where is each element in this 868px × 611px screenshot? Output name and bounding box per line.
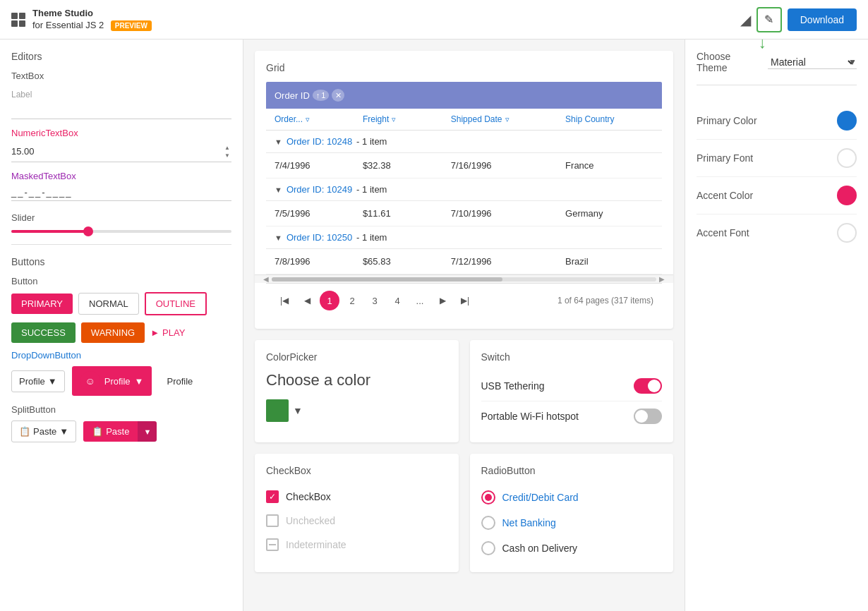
paste-pink-main[interactable]: 📋 Paste — [83, 421, 138, 442]
button-row-1: PRIMARY NORMAL OUTLINE — [11, 292, 231, 315]
spin-up[interactable]: ▲ — [223, 144, 231, 151]
switch-title: Switch — [481, 351, 663, 363]
primary-font-swatch[interactable] — [837, 148, 857, 168]
page-1[interactable]: 1 — [320, 291, 339, 310]
dropdown-btn-row: Profile ▼ ☺ Profile ▼ Profile — [11, 366, 231, 396]
paste-pink-arrow[interactable]: ▼ — [138, 421, 157, 442]
toggle-wifi[interactable] — [634, 409, 662, 424]
primary-color-swatch[interactable] — [837, 111, 857, 131]
page-next[interactable]: ▶ — [433, 291, 452, 310]
page-3[interactable]: 3 — [365, 291, 385, 310]
slider-track[interactable] — [11, 230, 231, 233]
col-freight-filter[interactable]: ▿ — [392, 115, 396, 124]
page-dots[interactable]: ... — [410, 291, 430, 310]
scroll-right[interactable]: ▶ — [656, 275, 668, 283]
divider-1 — [11, 244, 231, 245]
spin-buttons: ▲ ▼ — [223, 144, 231, 159]
col-country[interactable]: Ship Country — [565, 114, 653, 124]
scroll-left[interactable]: ◀ — [260, 275, 272, 283]
radio-netbanking[interactable] — [481, 516, 495, 530]
page-prev[interactable]: ◀ — [297, 291, 317, 310]
radiobutton-card: RadioButton Credit/Debit Card Net Bankin… — [470, 454, 674, 572]
grid-columns-row: Order... ▿ Freight ▿ Shipped Date ▿ Ship… — [266, 109, 662, 131]
col-shipped[interactable]: Shipped Date ▿ — [451, 114, 565, 124]
header: Theme Studio for Essential JS 2 PREVIEW … — [0, 0, 868, 40]
accent-color-swatch[interactable] — [837, 186, 857, 205]
slider-thumb[interactable] — [83, 226, 93, 236]
slider-fill — [11, 230, 88, 233]
theme-select[interactable]: Material Bootstrap Fabric High Contrast — [768, 56, 857, 69]
col-order-filter[interactable]: ▿ — [306, 115, 310, 124]
checkbox-label-1: CheckBox — [286, 491, 331, 502]
header-title: Theme Studio for Essential JS 2 PREVIEW — [32, 8, 152, 32]
normal-button[interactable]: NORMAL — [78, 293, 139, 315]
sort-num: 1 — [321, 91, 325, 99]
paste-arrow-1: ▼ — [59, 426, 68, 437]
sort-close[interactable]: ✕ — [332, 89, 344, 102]
toggle-usb[interactable] — [634, 378, 662, 394]
cell-shipped: 7/10/1996 — [451, 208, 565, 219]
download-button[interactable]: Download — [788, 8, 857, 31]
cell-date: 7/8/1996 — [275, 256, 363, 267]
radio-item-2: Net Banking — [481, 510, 663, 536]
radio-cod[interactable] — [481, 541, 495, 555]
paste-label-1: Paste — [33, 426, 56, 437]
page-4[interactable]: 4 — [387, 291, 407, 310]
middle-panel: Grid Order ID ↑ 1 ✕ Order... ▿ — [243, 40, 685, 611]
warning-button[interactable]: WARNING — [81, 322, 145, 343]
spin-down[interactable]: ▼ — [223, 152, 231, 159]
profile-plain[interactable]: Profile — [159, 370, 200, 392]
checkbox-indeterminate[interactable] — [266, 538, 279, 551]
page-first[interactable]: |◀ — [275, 291, 294, 310]
grid-group-3: ▼ Order ID: 10250 - 1 item — [266, 226, 662, 249]
left-panel: Editors TextBox Label NumericTextBox 15.… — [0, 40, 243, 611]
scrollbar-track[interactable] — [272, 277, 656, 282]
col-order[interactable]: Order... ▿ — [275, 114, 363, 124]
accent-font-swatch[interactable] — [837, 223, 857, 243]
paste-split-plain[interactable]: 📋 Paste ▼ — [11, 421, 76, 442]
accent-font-label: Accent Font — [697, 227, 837, 238]
header-logo: Theme Studio for Essential JS 2 PREVIEW — [11, 8, 740, 32]
outline-button[interactable]: OUTLINE — [145, 292, 207, 315]
person-icon: ☺ — [85, 375, 95, 387]
profile-icon: ☺ — [80, 371, 100, 391]
color-dropdown-arrow[interactable]: ▼ — [293, 405, 303, 416]
primary-font-row: Primary Font — [697, 140, 857, 177]
page-2[interactable]: 2 — [342, 291, 362, 310]
success-button[interactable]: SUCCESS — [11, 322, 76, 343]
col-freight[interactable]: Freight ▿ — [363, 114, 451, 124]
profile-dropdown-pink[interactable]: ☺ Profile ▼ — [72, 366, 152, 396]
expand-2[interactable]: ▼ — [275, 186, 282, 194]
button-row-2: SUCCESS WARNING ► PLAY — [11, 322, 231, 343]
play-button[interactable]: ► PLAY — [150, 327, 185, 338]
cell-country: Brazil — [565, 256, 653, 267]
accent-color-label: Accent Color — [697, 190, 837, 201]
textbox-input[interactable] — [11, 102, 231, 119]
button-label: Button — [11, 276, 231, 286]
radio-credit[interactable] — [481, 490, 495, 504]
color-swatch[interactable] — [266, 399, 289, 422]
filter-icon[interactable]: ◢ — [740, 11, 751, 28]
col-freight-label: Freight — [363, 114, 389, 124]
group-count-2: - 1 item — [356, 184, 387, 195]
colorpicker-title: ColorPicker — [266, 351, 447, 363]
usb-tethering-label: USB Tethering — [481, 380, 545, 392]
profile-dropdown-1[interactable]: Profile ▼ — [11, 370, 65, 392]
expand-1[interactable]: ▼ — [275, 138, 282, 146]
primary-button[interactable]: PRIMARY — [11, 294, 73, 314]
checkbox-unchecked[interactable] — [266, 514, 279, 527]
expand-3[interactable]: ▼ — [275, 234, 282, 242]
paste-icon-1: 📋 — [19, 426, 30, 437]
page-last[interactable]: ▶| — [455, 291, 475, 310]
paste-icon-2: 📋 — [92, 426, 103, 437]
sort-arrow: ↑ — [316, 91, 320, 99]
app-grid-icon — [11, 13, 25, 27]
checkbox-checked[interactable]: ✓ — [266, 490, 279, 503]
grid-sort-row: Order ID ↑ 1 ✕ — [266, 82, 662, 109]
switch-card: Switch USB Tethering Portable Wi-Fi hots… — [470, 340, 674, 442]
header-actions: ◢ ✎ ↓ Download — [740, 7, 857, 32]
grid-group-2: ▼ Order ID: 10249 - 1 item — [266, 179, 662, 201]
group-id-3: Order ID: 10250 — [287, 232, 352, 243]
col-shipped-filter[interactable]: ▿ — [505, 115, 510, 124]
edit-icon-button[interactable]: ✎ ↓ — [757, 7, 782, 32]
